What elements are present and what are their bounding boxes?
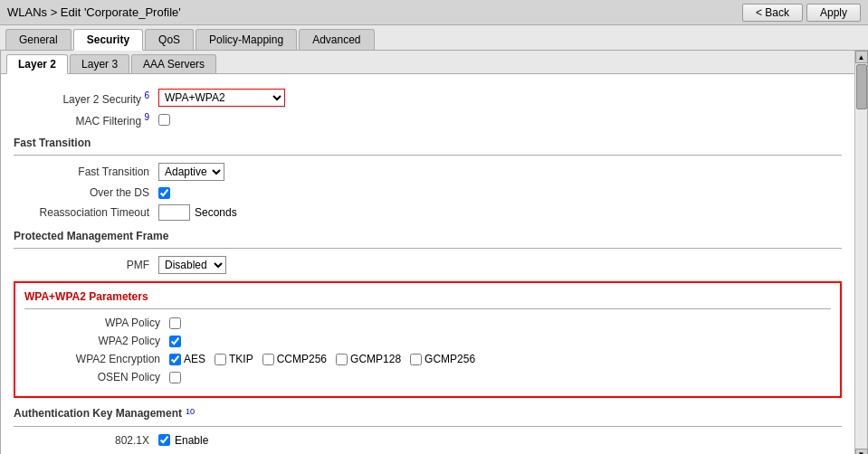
fast-transition-title: Fast Transition <box>14 137 842 149</box>
over-ds-checkbox[interactable] <box>158 187 170 199</box>
layer2-security-select[interactable]: WPA+WPA2 None WPA2 WPA 802.1X Static-WEP <box>158 89 285 107</box>
auth-key-mgmt-section: Authentication Key Management 10 802.1X … <box>14 407 842 447</box>
seconds-label: Seconds <box>195 206 237 219</box>
gcmp128-label: GCMP128 <box>350 353 401 365</box>
content-wrapper: Layer 2 Layer 3 AAA Servers Layer 2 Secu… <box>0 51 868 454</box>
osen-policy-row: OSEN Policy <box>24 371 831 383</box>
sub-tabs-bar: Layer 2 Layer 3 AAA Servers <box>1 51 854 74</box>
gcmp256-label: GCMP256 <box>424 353 475 365</box>
reassoc-row: Reassociation Timeout 20 Seconds <box>14 204 842 221</box>
scroll-thumb[interactable] <box>856 64 867 109</box>
fast-transition-row: Fast Transition Adaptive Enable Disable <box>14 163 842 181</box>
over-ds-label: Over the DS <box>14 186 158 199</box>
wpa2-encryption-label: WPA2 Encryption <box>24 353 169 365</box>
layer2-security-label: Layer 2 Security 6 <box>14 90 158 106</box>
reassoc-input[interactable]: 20 <box>158 204 190 221</box>
auth-key-note[interactable]: 10 <box>186 407 195 421</box>
gcmp256-option: GCMP256 <box>410 353 475 365</box>
scroll-down-arrow[interactable]: ▼ <box>855 449 868 454</box>
auth-key-title-row: Authentication Key Management 10 <box>14 407 842 421</box>
tkip-checkbox[interactable] <box>215 354 226 365</box>
wpa-params-title: WPA+WPA2 Parameters <box>24 290 831 303</box>
wpa-policy-checkbox[interactable] <box>169 317 181 329</box>
fast-transition-select[interactable]: Adaptive Enable Disable <box>158 163 224 181</box>
reassoc-label: Reassociation Timeout <box>14 206 158 219</box>
top-bar-buttons: < Back Apply <box>742 4 861 22</box>
tkip-label: TKIP <box>229 353 253 365</box>
pmf-title: Protected Management Frame <box>14 230 842 242</box>
aes-option: AES <box>169 353 205 365</box>
top-bar: WLANs > Edit 'Corporate_Profile' < Back … <box>0 0 868 25</box>
wpa2-encryption-row: WPA2 Encryption AES TKIP CCMP256 <box>24 353 831 365</box>
aes-checkbox[interactable] <box>169 354 181 365</box>
wpa-params-section: WPA+WPA2 Parameters WPA Policy WPA2 Poli… <box>14 281 842 398</box>
sub-tab-layer3[interactable]: Layer 3 <box>70 54 129 73</box>
gcmp128-checkbox[interactable] <box>336 354 348 365</box>
pmf-label: PMF <box>14 259 158 271</box>
right-scrollbar: ▲ ▼ <box>854 51 867 454</box>
layer2-security-row: Layer 2 Security 6 WPA+WPA2 None WPA2 WP… <box>14 89 842 107</box>
ccmp256-option: CCMP256 <box>262 353 327 365</box>
page-title: WLANs > Edit 'Corporate_Profile' <box>7 5 181 19</box>
scroll-track <box>855 63 867 449</box>
auth-key-title: Authentication Key Management <box>14 407 182 420</box>
wpa-policy-label: WPA Policy <box>24 317 169 329</box>
scroll-up-arrow[interactable]: ▲ <box>855 51 868 63</box>
fast-transition-section: Fast Transition Fast Transition Adaptive… <box>14 137 842 221</box>
dot1x-checkbox[interactable] <box>158 434 170 446</box>
gcmp256-checkbox[interactable] <box>410 354 422 365</box>
tkip-option: TKIP <box>215 353 253 365</box>
mac-filtering-checkbox[interactable] <box>158 114 170 126</box>
pmf-select[interactable]: Disabled Optional Required <box>158 256 226 274</box>
mac-filtering-label-spacer: MAC Filtering 9 <box>14 112 158 128</box>
wpa-policy-row: WPA Policy <box>24 317 831 329</box>
sub-tab-aaa[interactable]: AAA Servers <box>131 54 216 73</box>
wpa2-policy-row: WPA2 Policy <box>24 335 831 347</box>
wpa2-policy-checkbox[interactable] <box>169 336 181 347</box>
gcmp128-option: GCMP128 <box>336 353 401 365</box>
main-tabs-bar: General Security QoS Policy-Mapping Adva… <box>0 25 868 51</box>
mac-filtering-row: MAC Filtering 9 <box>14 112 842 128</box>
pmf-section: Protected Management Frame PMF Disabled … <box>14 230 842 274</box>
dot1x-label: 802.1X <box>14 434 158 447</box>
encryption-options: AES TKIP CCMP256 GCMP128 <box>169 353 475 365</box>
aes-label: AES <box>184 353 205 365</box>
osen-policy-label: OSEN Policy <box>24 371 169 383</box>
over-ds-row: Over the DS <box>14 186 842 199</box>
dot1x-row: 802.1X Enable <box>14 434 842 447</box>
fast-transition-label: Fast Transition <box>14 166 158 178</box>
apply-button[interactable]: Apply <box>806 4 861 22</box>
main-content: Layer 2 Layer 3 AAA Servers Layer 2 Secu… <box>1 51 854 454</box>
sub-tab-layer2[interactable]: Layer 2 <box>6 54 68 74</box>
tab-qos[interactable]: QoS <box>145 29 194 50</box>
tab-security[interactable]: Security <box>73 29 143 51</box>
enable-label: Enable <box>175 434 208 447</box>
tab-advanced[interactable]: Advanced <box>299 29 374 50</box>
wpa2-policy-label: WPA2 Policy <box>24 335 169 347</box>
ccmp256-label: CCMP256 <box>277 353 327 365</box>
osen-policy-checkbox[interactable] <box>169 372 181 383</box>
tab-policy-mapping[interactable]: Policy-Mapping <box>196 29 297 50</box>
form-area: Layer 2 Security 6 WPA+WPA2 None WPA2 WP… <box>1 74 854 454</box>
layer2-security-note[interactable]: 6 <box>144 93 149 106</box>
tab-general[interactable]: General <box>5 29 72 50</box>
mac-filtering-note[interactable]: 9 <box>144 115 149 128</box>
ccmp256-checkbox[interactable] <box>262 354 274 365</box>
back-button[interactable]: < Back <box>742 4 803 22</box>
pmf-row: PMF Disabled Optional Required <box>14 256 842 274</box>
